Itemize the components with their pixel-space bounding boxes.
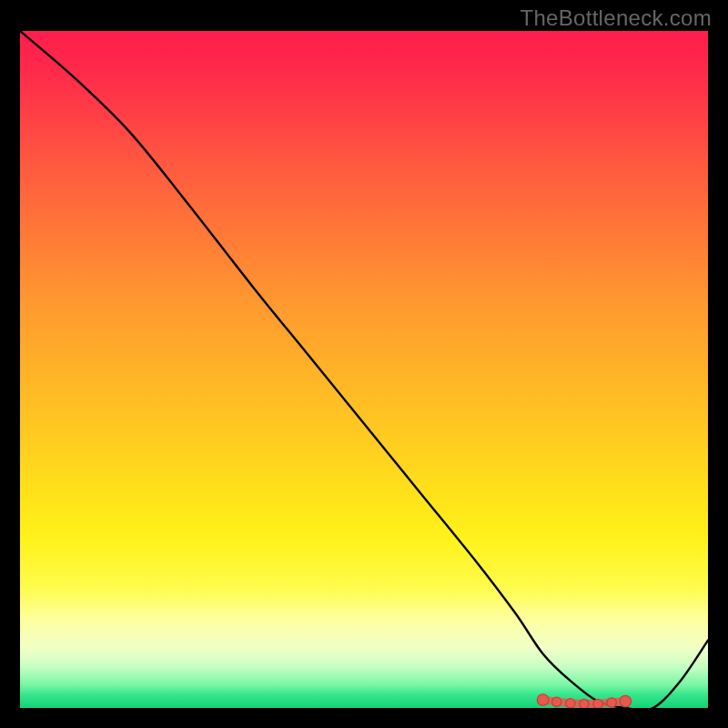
marker-group bbox=[537, 694, 631, 708]
valley-marker bbox=[580, 699, 589, 708]
plot-area bbox=[20, 31, 708, 708]
watermark-text: TheBottleneck.com bbox=[520, 5, 712, 31]
valley-marker bbox=[537, 694, 549, 706]
chart-frame: TheBottleneck.com bbox=[0, 0, 728, 728]
valley-marker bbox=[607, 698, 616, 707]
valley-marker bbox=[620, 695, 632, 707]
valley-marker bbox=[566, 699, 575, 708]
valley-marker bbox=[552, 697, 561, 706]
valley-marker bbox=[593, 699, 602, 708]
valley-markers bbox=[20, 31, 708, 708]
